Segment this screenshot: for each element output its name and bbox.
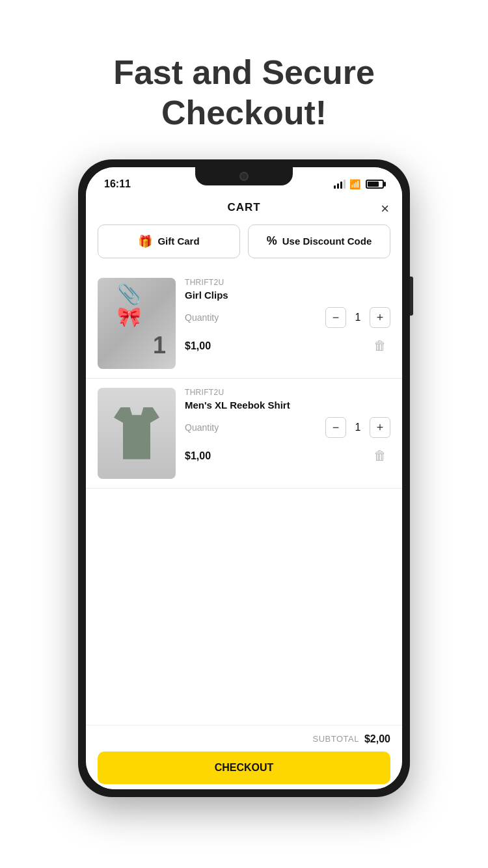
gift-icon: 🎁 <box>138 234 152 249</box>
item-image-shirt <box>98 388 176 479</box>
cart-title: CART <box>227 201 260 214</box>
item-price: $1,00 <box>185 450 211 462</box>
shirt-image <box>98 388 176 479</box>
delete-item-button[interactable]: 🗑 <box>370 336 390 357</box>
action-buttons: 🎁 Gift Card % Use Discount Code <box>86 222 402 269</box>
item-seller: THRIFT2U <box>185 388 390 397</box>
gift-card-button[interactable]: 🎁 Gift Card <box>98 224 240 258</box>
discount-label: Use Discount Code <box>282 236 372 247</box>
quantity-controls: − 1 + <box>325 307 390 328</box>
close-button[interactable]: × <box>381 202 389 216</box>
phone-screen: 16:11 📶 CART × 🎁 G <box>86 167 402 789</box>
quantity-label: Quantity <box>185 422 219 433</box>
quantity-row: Quantity − 1 + <box>185 307 390 328</box>
cart-items-list: THRIFT2U Girl Clips Quantity − 1 + $1,00… <box>86 269 402 725</box>
signal-icon <box>334 180 346 189</box>
item-name: Men's XL Reebok Shirt <box>185 400 390 411</box>
hero-title: Fast and Secure Checkout! <box>75 52 413 133</box>
phone-notch <box>195 167 293 185</box>
item-image-girl-clips <box>98 278 176 369</box>
subtotal-label: SUBTOTAL <box>313 734 359 744</box>
discount-icon: % <box>267 234 277 248</box>
discount-code-button[interactable]: % Use Discount Code <box>248 224 390 258</box>
quantity-increase-button[interactable]: + <box>370 417 390 438</box>
phone-frame: 16:11 📶 CART × 🎁 G <box>78 159 410 797</box>
item-seller: THRIFT2U <box>185 278 390 287</box>
cart-header: CART × <box>86 196 402 222</box>
quantity-decrease-button[interactable]: − <box>325 307 346 328</box>
item-details-shirt: THRIFT2U Men's XL Reebok Shirt Quantity … <box>185 388 390 467</box>
phone-camera <box>239 172 249 181</box>
item-price: $1,00 <box>185 340 211 352</box>
quantity-label: Quantity <box>185 312 219 323</box>
shirt-shape <box>114 407 159 459</box>
quantity-decrease-button[interactable]: − <box>325 417 346 438</box>
quantity-value: 1 <box>351 422 364 433</box>
item-details-girl-clips: THRIFT2U Girl Clips Quantity − 1 + $1,00… <box>185 278 390 357</box>
quantity-increase-button[interactable]: + <box>370 307 390 328</box>
subtotal-row: SUBTOTAL $2,00 <box>98 733 390 745</box>
price-delete-row: $1,00 🗑 <box>185 336 390 357</box>
quantity-controls: − 1 + <box>325 417 390 438</box>
cart-item: THRIFT2U Girl Clips Quantity − 1 + $1,00… <box>86 269 402 379</box>
delete-item-button[interactable]: 🗑 <box>370 446 390 467</box>
status-icons: 📶 <box>334 179 384 189</box>
quantity-row: Quantity − 1 + <box>185 417 390 438</box>
bottom-bar: SUBTOTAL $2,00 CHECKOUT <box>86 725 402 789</box>
status-time: 16:11 <box>104 178 131 190</box>
wifi-icon: 📶 <box>349 179 360 189</box>
checkout-button[interactable]: CHECKOUT <box>98 752 390 784</box>
subtotal-value: $2,00 <box>364 733 390 745</box>
battery-icon <box>366 180 384 189</box>
gift-card-label: Gift Card <box>157 236 199 247</box>
quantity-value: 1 <box>351 312 364 323</box>
girl-clips-image <box>98 278 176 369</box>
phone-side-button <box>410 277 413 316</box>
cart-item: THRIFT2U Men's XL Reebok Shirt Quantity … <box>86 379 402 489</box>
price-delete-row: $1,00 🗑 <box>185 446 390 467</box>
item-name: Girl Clips <box>185 290 390 301</box>
